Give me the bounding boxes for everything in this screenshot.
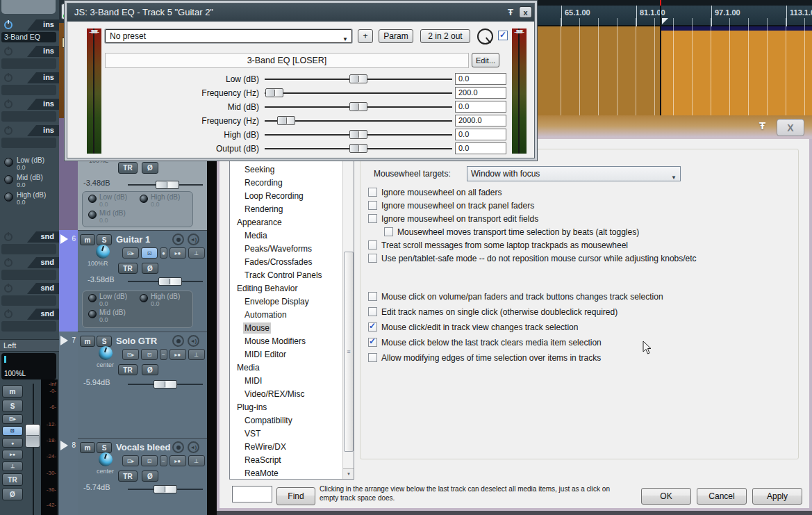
mute-button[interactable]: m (80, 234, 95, 245)
record-arm-button[interactable]: − (160, 455, 167, 466)
fx-slot-name[interactable] (1, 85, 56, 95)
fx-insert-slot[interactable]: ins (0, 46, 59, 72)
ok-button[interactable]: OK (641, 488, 691, 505)
fx-enable-icon[interactable] (4, 21, 13, 29)
checkbox-row[interactable]: Mouse click/edit in track view changes t… (368, 322, 663, 332)
slider-track[interactable] (265, 86, 452, 100)
track5-panel[interactable]: 100%L TR Ø -3.48dB Low (dB) 0.0 High (dB… (78, 156, 207, 230)
scrollbar-thumb[interactable]: ≡ (344, 252, 354, 452)
fx-enable-icon[interactable] (4, 74, 13, 82)
timeline-ruler[interactable]: 65.1.00 81.1.00 97.1.00 113.1.00 (535, 6, 812, 26)
add-preset-button[interactable]: + (358, 29, 373, 43)
record-arm-icon[interactable] (172, 335, 184, 347)
tree-item[interactable]: Envelope Display (230, 295, 343, 309)
fx-insert-slot[interactable]: ins (0, 99, 59, 125)
preferences-tree[interactable]: Seeking Recording Loop Recording Renderi… (229, 161, 354, 480)
trim-button[interactable]: TR (118, 471, 138, 482)
solo-button[interactable]: S (2, 400, 23, 412)
apply-button[interactable]: Apply (752, 488, 802, 505)
track7-color-strip[interactable]: 7 (59, 332, 78, 438)
send-slot[interactable]: snd (0, 231, 59, 257)
trim-button[interactable]: TR (2, 473, 23, 486)
tree-item[interactable]: Plug-ins (230, 401, 343, 414)
tree-item[interactable]: Media (230, 361, 343, 375)
track-name[interactable]: Solo GTR (116, 336, 157, 346)
tree-item[interactable]: Recording (230, 177, 343, 190)
find-input[interactable] (232, 486, 272, 502)
edit-cursor-handle[interactable] (662, 18, 668, 24)
close-button[interactable]: x (519, 6, 532, 18)
slider-value-field[interactable]: 0.0 (455, 73, 506, 85)
checkbox[interactable] (368, 338, 377, 347)
fx-param-row[interactable]: Low (dB) 0.0 (0, 156, 59, 173)
wet-dry-knob[interactable] (477, 28, 493, 44)
fx-slot-name[interactable]: 3-Band EQ (1, 32, 56, 42)
checkbox-row[interactable]: Mouse click on volume/pan faders and tra… (368, 292, 663, 301)
phase-button[interactable]: Ø (142, 162, 158, 174)
preset-select[interactable]: No preset ▼ (105, 29, 352, 43)
send-enable-icon[interactable] (4, 259, 13, 267)
tree-item[interactable]: Rendering (230, 203, 343, 216)
monitor-speaker-icon[interactable]: ◄) (188, 335, 199, 347)
record-arm-button[interactable]: ● (2, 438, 23, 448)
mute-button[interactable]: m (80, 336, 95, 347)
trim-button[interactable]: TR (118, 263, 138, 274)
slider-thumb[interactable] (349, 102, 367, 111)
find-button[interactable]: Find (276, 487, 315, 505)
send-slot-name[interactable] (1, 244, 56, 254)
volume-fader-handle[interactable] (158, 277, 182, 286)
checkbox[interactable] (368, 292, 377, 301)
fx-chain-button[interactable]: ⊡▸ (122, 455, 139, 466)
phase-button[interactable]: Ø (142, 364, 158, 375)
monitor-speaker-icon[interactable]: ◄) (188, 234, 199, 245)
checkbox[interactable] (368, 307, 377, 316)
monitor-button[interactable]: ▸● (169, 247, 186, 259)
solo-button[interactable]: S (97, 336, 112, 347)
track-name[interactable]: Guitar 1 (116, 234, 150, 245)
pan-knob[interactable] (96, 245, 110, 259)
fx-chain-button[interactable]: ⊡▸ (122, 349, 139, 360)
volume-fader-handle[interactable] (156, 181, 179, 189)
monitor-button[interactable]: ▸● (169, 455, 186, 466)
tree-item[interactable]: MIDI Editor (230, 348, 343, 361)
record-arm-button[interactable]: − (160, 349, 167, 360)
input-fx-button[interactable]: ⊡ (141, 349, 158, 360)
knob-icon[interactable] (88, 294, 97, 302)
checkbox-row[interactable]: Edit track names on single click (otherw… (368, 307, 663, 316)
pin-icon[interactable]: Ŧ (759, 120, 765, 131)
snd-tab-label[interactable]: snd (27, 309, 59, 320)
envelope-button[interactable]: ⊥ (188, 247, 205, 259)
checkbox-row[interactable]: Ignore mousewheel on all faders (368, 188, 697, 197)
tree-item[interactable]: Mouse Modifiers (230, 335, 343, 348)
fx-chain-button[interactable]: ⊡▸ (2, 414, 23, 424)
send-slot[interactable]: snd (0, 309, 59, 334)
slider-value-field[interactable]: 200.0 (455, 87, 506, 99)
slider-track[interactable] (265, 72, 452, 86)
pan-knob[interactable] (99, 452, 113, 466)
tree-item[interactable]: Loop Recording (230, 190, 343, 203)
pan-knob[interactable] (99, 346, 113, 360)
knob-icon[interactable] (88, 211, 97, 219)
trim-button[interactable]: TR (118, 162, 138, 174)
checkbox[interactable] (368, 214, 377, 223)
tree-item[interactable]: Appearance (230, 216, 343, 229)
knob-icon[interactable] (88, 310, 97, 318)
mute-button[interactable]: m (80, 442, 95, 453)
slider-value-field[interactable]: 0.0 (455, 142, 506, 154)
mousewheel-targets-select[interactable]: Window with focus ▼ (467, 166, 681, 181)
checkbox-row[interactable]: Mousewheel moves transport time selectio… (368, 227, 697, 236)
tree-item[interactable]: Automation (230, 309, 343, 322)
snd-tab-label[interactable]: snd (27, 231, 59, 243)
phase-button[interactable]: Ø (142, 471, 158, 482)
checkbox-row[interactable]: Use pen/tablet-safe mode -- do not repos… (368, 254, 697, 263)
knob-icon[interactable] (4, 175, 13, 184)
param-button[interactable]: Param (379, 29, 413, 43)
track-arrow-icon[interactable] (60, 441, 68, 450)
slider-track[interactable] (265, 142, 452, 156)
send-enable-icon[interactable] (4, 233, 13, 241)
fx-slot-name[interactable] (1, 111, 56, 122)
monitor-speaker-icon[interactable]: ◄) (188, 441, 199, 453)
tree-item[interactable]: Mouse (230, 322, 343, 335)
tree-item[interactable]: ReaScript (230, 454, 343, 467)
ins-tab-label[interactable]: ins (27, 125, 59, 136)
